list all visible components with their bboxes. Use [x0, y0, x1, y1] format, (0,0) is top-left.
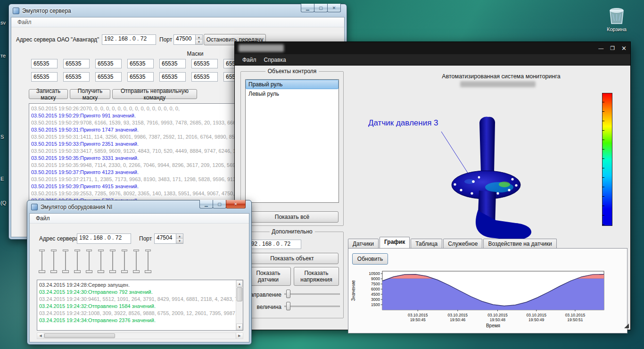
mask-input[interactable] — [191, 59, 218, 68]
close-button[interactable]: ✕ — [621, 45, 627, 52]
channel-slider[interactable] — [96, 249, 107, 274]
mask-input[interactable] — [63, 59, 90, 68]
tab-item[interactable]: Служебное — [443, 239, 482, 248]
additional-group-label: Дополнительно — [269, 228, 314, 235]
scroll-thumb[interactable] — [237, 287, 242, 301]
write-mask-button[interactable]: Записать маску — [29, 89, 68, 99]
slider-thumb[interactable] — [74, 270, 81, 273]
channel-slider[interactable] — [37, 249, 48, 274]
log-hscrollbar[interactable]: ◀ ▶ — [37, 332, 243, 339]
direction-slider[interactable] — [284, 290, 340, 298]
menu-help[interactable]: Справка — [260, 56, 290, 64]
mask-input[interactable] — [159, 59, 186, 68]
ni-log[interactable]: ▲ ▼ 03.24.2015 19:24:28:Сервер запущен.0… — [37, 280, 243, 331]
spin-down-icon[interactable]: ▼ — [196, 40, 202, 44]
slider-thumb[interactable] — [62, 270, 69, 273]
menu-file[interactable]: Файл — [239, 56, 260, 64]
mask-input[interactable] — [127, 72, 154, 82]
tab-item[interactable]: Таблица — [411, 239, 442, 248]
refresh-button[interactable]: Обновить — [352, 253, 388, 265]
tab-active[interactable]: График — [380, 237, 410, 248]
minimize-button[interactable]: ▁ — [199, 200, 213, 208]
show-object-button[interactable]: Показать объект — [246, 253, 339, 264]
slider-thumb[interactable] — [39, 270, 45, 273]
port-value[interactable]: 47500 — [173, 34, 195, 45]
slider-thumb[interactable] — [145, 270, 151, 273]
desktop-icon-label[interactable]: E — [0, 176, 4, 182]
show-all-button[interactable]: Показать всё — [246, 211, 339, 223]
minimize-button[interactable]: ▁ — [301, 4, 314, 12]
port-spinner[interactable]: 47504 ▲▼ — [154, 233, 183, 244]
object-ip-field[interactable]: 192 . 168 . 0 . 72 — [246, 240, 301, 249]
ip-field[interactable]: 192 . 168 . 0 . 72 — [77, 233, 131, 244]
mask-input[interactable] — [31, 59, 58, 68]
read-mask-button[interactable]: Получить маску — [70, 89, 110, 99]
slider-thumb[interactable] — [98, 270, 104, 273]
scroll-left-icon[interactable]: ◀ — [37, 333, 44, 339]
scroll-down-icon[interactable]: ▼ — [236, 324, 243, 330]
close-button[interactable]: ✕ — [226, 200, 246, 208]
mask-input[interactable] — [95, 72, 122, 82]
tab-item[interactable]: Воздействие на датчики — [483, 239, 556, 248]
slider-thumb[interactable] — [50, 270, 57, 273]
channel-slider[interactable] — [143, 249, 154, 274]
channel-slider[interactable] — [84, 249, 95, 274]
monitoring-titlebar[interactable]: — ❐ ✕ — [235, 42, 630, 54]
scroll-up-icon[interactable]: ▲ — [236, 280, 243, 287]
ip-field[interactable]: 192 . 168 . 0 . 72 — [102, 34, 156, 45]
spin-up-icon[interactable]: ▲ — [196, 35, 202, 40]
mask-input[interactable] — [95, 59, 122, 68]
mask-input[interactable] — [63, 72, 90, 82]
mask-input[interactable] — [191, 72, 218, 82]
slider-thumb[interactable] — [133, 270, 140, 273]
maximize-button[interactable]: ▢ — [213, 200, 226, 208]
tab-item[interactable]: Датчики — [348, 239, 379, 248]
ni-emulator-titlebar[interactable]: Эмулятор оборудования NI ▁ ▢ ✕ — [29, 200, 249, 213]
mask-input[interactable] — [31, 72, 58, 82]
recycle-bin-icon[interactable]: Корзина — [600, 5, 634, 32]
mask-input[interactable] — [127, 59, 154, 68]
minimize-button[interactable]: — — [598, 45, 603, 51]
server-emulator-titlebar[interactable]: Эмулятор сервера ▁ ▢ ✕ — [11, 4, 345, 17]
channel-slider[interactable] — [108, 249, 118, 274]
channel-slider[interactable] — [132, 249, 142, 274]
scroll-right-icon[interactable]: ▶ — [236, 333, 243, 339]
scroll-thumb[interactable] — [44, 333, 115, 338]
slider-thumb[interactable] — [109, 270, 116, 273]
maximize-button[interactable]: ▢ — [314, 4, 328, 12]
channel-slider[interactable] — [61, 249, 71, 274]
log-vscrollbar[interactable]: ▲ ▼ — [236, 280, 243, 330]
desktop-icon-label[interactable]: sv — [0, 20, 6, 25]
channel-slider[interactable] — [73, 249, 83, 274]
show-voltages-button[interactable]: Показать напряжения — [294, 267, 339, 286]
menu-file[interactable]: Файл — [15, 18, 34, 26]
slider-thumb[interactable] — [86, 270, 92, 273]
slider-thumb[interactable] — [286, 302, 290, 310]
port-value[interactable]: 47504 — [154, 233, 176, 244]
maximize-button[interactable]: ❐ — [610, 45, 615, 51]
port-spinner[interactable]: 47500 ▲▼ — [173, 34, 203, 45]
slider-track — [100, 251, 101, 270]
object-list-item[interactable]: Левый руль — [246, 89, 339, 99]
objects-list[interactable]: Правый рульЛевый руль — [245, 79, 339, 203]
slider-track — [136, 251, 137, 270]
desktop-icon-label[interactable]: S — [0, 134, 4, 140]
desktop-icon-label[interactable]: те — [0, 53, 6, 58]
slider-thumb[interactable] — [121, 270, 128, 273]
object-list-item[interactable]: Правый руль — [246, 80, 339, 89]
channel-slider[interactable] — [120, 249, 130, 274]
menu-file[interactable]: Файл — [33, 214, 53, 223]
show-sensors-button[interactable]: Показать датчики — [246, 267, 291, 286]
slider-thumb[interactable] — [286, 290, 290, 298]
slider-track — [77, 251, 78, 270]
mask-input[interactable] — [159, 72, 186, 82]
close-button[interactable]: ✕ — [327, 4, 341, 12]
channel-slider[interactable] — [49, 249, 59, 274]
send-wrong-command-button[interactable]: Отправить неправильную команду — [112, 89, 197, 99]
svg-text:1500: 1500 — [371, 302, 380, 307]
resize-grip[interactable] — [624, 324, 629, 328]
spin-down-icon[interactable]: ▼ — [176, 239, 183, 243]
spin-up-icon[interactable]: ▲ — [176, 234, 183, 239]
magnitude-slider[interactable] — [284, 302, 340, 310]
desktop-icon-label[interactable]: (Q — [0, 200, 6, 206]
